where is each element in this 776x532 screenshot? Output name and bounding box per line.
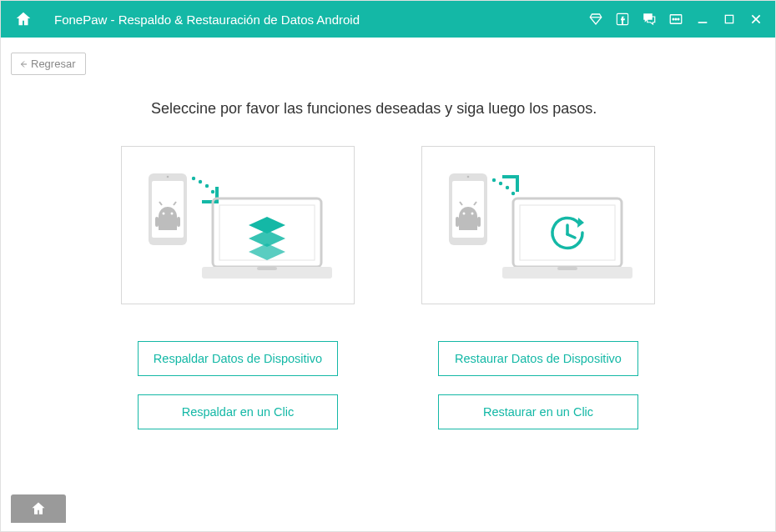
svg-point-29 <box>463 213 466 215</box>
arrow-left-icon <box>18 59 28 69</box>
backup-illustration <box>134 158 342 292</box>
minimize-button[interactable] <box>695 12 710 27</box>
svg-point-37 <box>499 182 502 185</box>
svg-rect-15 <box>177 217 180 227</box>
backup-one-click-button[interactable]: Respaldar en un Clic <box>138 394 338 429</box>
svg-point-4 <box>678 18 679 20</box>
svg-rect-14 <box>155 217 159 227</box>
svg-point-35 <box>511 192 515 195</box>
diamond-icon[interactable] <box>588 12 603 27</box>
svg-point-12 <box>163 213 165 215</box>
svg-point-2 <box>673 18 674 20</box>
titlebar: FonePaw - Respaldo & Restauración de Dat… <box>1 1 775 38</box>
svg-rect-32 <box>477 217 481 227</box>
main-content: Seleccine por favor las funciones desead… <box>1 75 775 429</box>
svg-point-28 <box>467 176 470 178</box>
svg-rect-6 <box>725 15 733 23</box>
menu-icon[interactable] <box>668 12 683 27</box>
restore-card <box>421 146 655 304</box>
restore-illustration <box>434 158 642 292</box>
svg-point-3 <box>675 18 677 20</box>
maximize-button[interactable] <box>722 12 737 27</box>
home-button[interactable] <box>13 8 34 30</box>
cards-row <box>51 146 725 304</box>
svg-point-38 <box>492 178 496 182</box>
svg-point-11 <box>167 176 169 178</box>
back-button[interactable]: Regresar <box>11 53 86 75</box>
home-icon <box>30 500 47 517</box>
back-label: Regresar <box>31 58 75 70</box>
restore-device-button[interactable]: Restaurar Datos de Dispositivo <box>438 341 638 376</box>
backup-device-button[interactable]: Respaldar Datos de Dispositivo <box>138 341 338 376</box>
svg-point-13 <box>171 213 174 215</box>
svg-rect-31 <box>456 217 459 227</box>
facebook-icon[interactable] <box>615 12 630 27</box>
svg-rect-25 <box>257 267 277 270</box>
feedback-icon[interactable] <box>642 12 657 27</box>
svg-point-36 <box>506 186 509 189</box>
app-title: FonePaw - Respaldo & Restauración de Dat… <box>54 13 588 27</box>
svg-point-19 <box>199 180 202 183</box>
svg-point-18 <box>192 177 195 180</box>
back-row: Regresar <box>1 38 775 75</box>
button-row-2: Respaldar en un Clic Restaurar en un Cli… <box>51 394 725 429</box>
home-icon <box>14 10 33 28</box>
svg-rect-42 <box>557 267 577 270</box>
footer-home-tab[interactable] <box>11 494 66 523</box>
close-button[interactable] <box>748 12 763 27</box>
backup-card <box>121 146 355 304</box>
svg-point-30 <box>471 213 474 215</box>
svg-point-21 <box>211 190 214 193</box>
window-controls <box>588 12 763 27</box>
restore-one-click-button[interactable]: Restaurar en un Clic <box>438 394 638 429</box>
button-row-1: Respaldar Datos de Dispositivo Restaurar… <box>51 341 725 376</box>
svg-point-20 <box>205 184 209 188</box>
instruction-text: Seleccine por favor las funciones desead… <box>51 100 725 118</box>
